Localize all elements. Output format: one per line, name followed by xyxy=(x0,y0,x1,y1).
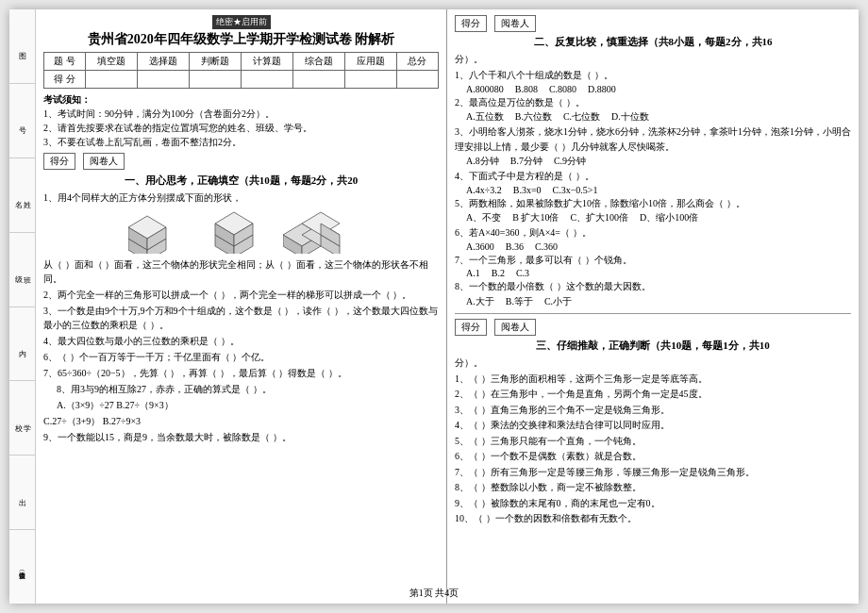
score-row-label: 得 分 xyxy=(44,71,86,89)
rq-7: 7、一个三角形，最多可以有（ ）个锐角。 xyxy=(455,253,851,268)
jq-7: 7、（ ）所有三角形一定是等腰三角形，等腰三角形一定是锐角三角形。 xyxy=(455,465,851,480)
rq-6: 6、若A×40=360，则A×4=（ ）。 xyxy=(455,225,851,240)
rq-2-opts: A.五位数 B.六位数 C.七位数 D.十位数 xyxy=(466,110,851,124)
score-cell-4 xyxy=(241,71,292,89)
grader-row-3: 得分 阅卷人 xyxy=(455,319,851,336)
jq-1: 1、（ ）三角形的面积相等，这两个三角形一定是等底等高。 xyxy=(455,372,851,387)
jq-10: 10、（ ）一个数的因数和倍数都有无数个。 xyxy=(455,511,851,526)
section2-header: 二、反复比较，慎重选择（共8小题，每题2分，共16 xyxy=(455,35,851,49)
exam-title: 贵州省2020年四年级数学上学期开学检测试卷 附解析 xyxy=(43,31,439,48)
table-header-0: 题 号 xyxy=(44,53,86,71)
grader-row-2: 得分 阅卷人 xyxy=(455,15,851,32)
score-label-3: 得分 xyxy=(455,319,487,336)
cube-shape-3 xyxy=(283,208,354,254)
score-cell-6 xyxy=(344,71,396,89)
sidebar-out: 出 xyxy=(9,456,35,530)
sidebar-number: 号 xyxy=(9,84,35,158)
grader-label-3: 阅卷人 xyxy=(494,319,536,336)
cube-shape-1 xyxy=(128,208,187,254)
sidebar-class: 班级 xyxy=(9,233,35,307)
table-header-2: 选择题 xyxy=(138,53,190,71)
question-7: 6、（ ）个一百万等于一千万；千亿里面有（ ）个亿。 xyxy=(43,350,439,364)
rq-4: 4、下面式子中是方程的是（ ）。 xyxy=(455,169,851,184)
question-8a: 8、用3与9的相互除27，赤赤，正确的算式是（ ）。 xyxy=(57,382,439,396)
left-panel: 绝密★启用前 贵州省2020年四年级数学上学期开学检测试卷 附解析 题 号 填空… xyxy=(36,9,447,604)
watermark: 绝密★启用前 xyxy=(212,15,271,29)
jq-8: 8、（ ）整数除以小数，商一定不被除数整。 xyxy=(455,480,851,495)
table-header-5: 综合题 xyxy=(292,53,344,71)
sidebar-district: 乡镇（街道） xyxy=(9,530,35,604)
exam-header: 绝密★启用前 贵州省2020年四年级数学上学期开学检测试卷 附解析 xyxy=(43,15,439,48)
rq-8: 8、一个数的最小倍数（ ）这个数的最大因数。 xyxy=(455,279,851,294)
table-header-7: 总分 xyxy=(396,53,438,71)
table-header-6: 应用题 xyxy=(344,53,396,71)
rq-7-opts: A.1 B.2 C.3 xyxy=(466,268,851,278)
jq-3: 3、（ ）直角三角形的三个角不一定是锐角三角形。 xyxy=(455,403,851,418)
page-number: 第1页 共4页 xyxy=(409,587,459,600)
score-cell-3 xyxy=(190,71,242,89)
table-header-3: 判断题 xyxy=(190,53,242,71)
rq-1: 1、八个千和八个十组成的数是（ ）。 xyxy=(455,68,851,83)
rq-2: 2、最高位是万位的数是（ ）。 xyxy=(455,95,851,110)
shapes-area xyxy=(43,208,439,254)
question-1: 1、用4个同样大的正方体分别摆成下面的形状， xyxy=(43,191,439,205)
sidebar-inner: 内 xyxy=(9,307,35,382)
question-1b: 从（ ）面和（ ）面看，这三个物体的形状完全相同；从（ ）面看，这三个物体的形状… xyxy=(43,257,439,286)
question-8: 7、65÷360÷（20−5），先算（ ），再算（ ），最后算（ ）得数是（ ）… xyxy=(43,366,439,380)
rq-1-opts: A.800080 B.808 C.8080 D.8800 xyxy=(466,84,851,94)
rq-8-opts: A.大于 B.等于 C.小于 xyxy=(466,295,851,308)
rq-3: 3、小明给客人沏茶，烧水1分钟，烧水6分钟，洗茶杯2分钟，拿茶叶1分钟，泡茶1分… xyxy=(455,124,851,154)
section3-header: 三、仔细推敲，正确判断（共10题，每题1分，共10 xyxy=(455,339,851,353)
rq-3-opts: A.8分钟 B.7分钟 C.9分钟 xyxy=(466,155,851,168)
jq-2: 2、（ ）在三角形中，一个角是直角，另两个角一定是45度。 xyxy=(455,387,851,402)
rq-5-opts: A、不变 B 扩大10倍 C、扩大100倍 D、缩小100倍 xyxy=(466,211,851,224)
section3-suffix: 分）。 xyxy=(455,356,851,370)
rq-5: 5、两数相除，如果被除数扩大10倍，除数缩小10倍，那么商会（ ）。 xyxy=(455,196,851,211)
jq-4: 4、（ ）乘法的交换律和乘法结合律可以同时应用。 xyxy=(455,418,851,433)
instruction-2: 2、请首先按要求在试卷的指定位置填写您的姓名、班级、学号。 xyxy=(43,122,439,135)
jq-6: 6、（ ）一个数不是偶数（素数）就是合数。 xyxy=(455,449,851,464)
section2-suffix: 分）。 xyxy=(455,52,851,66)
question-8b: A.（3×9）÷27 B.27÷（9×3） xyxy=(57,398,439,412)
main-content: 绝密★启用前 贵州省2020年四年级数学上学期开学检测试卷 附解析 题 号 填空… xyxy=(36,9,859,604)
question-9: C.27÷（3+9） B.27÷9×3 xyxy=(43,414,439,428)
grader-label-1: 阅卷人 xyxy=(83,153,125,170)
sidebar-school: 学校 xyxy=(9,381,35,456)
table-header-1: 填空题 xyxy=(86,53,138,71)
question-5: 4、最大四位数与最小的三位数的乘积是（ ）。 xyxy=(43,334,439,348)
score-cell-1 xyxy=(86,71,138,89)
score-label-1: 得分 xyxy=(43,153,75,170)
rq-6-opts: A.3600 B.36 C.360 xyxy=(466,241,851,252)
score-cell-2 xyxy=(138,71,190,89)
instructions-title: 考试须知： xyxy=(43,93,439,107)
sidebar-icon: 图 xyxy=(9,9,35,84)
score-cell-7 xyxy=(396,71,438,89)
rq-4-opts: A.4x÷3.2 B.3x=0 C.3x−0.5>1 xyxy=(466,185,851,195)
right-panel: 得分 阅卷人 二、反复比较，慎重选择（共8小题，每题2分，共16 分）。 1、八… xyxy=(447,9,859,604)
cube-shape-2 xyxy=(206,208,264,254)
instruction-1: 1、考试时间：90分钟，满分为100分（含卷面分2分）。 xyxy=(43,108,439,121)
grader-row-1: 得分 阅卷人 xyxy=(43,153,439,170)
sidebar-name: 姓名 xyxy=(9,158,35,233)
score-table: 题 号 填空题 选择题 判断题 计算题 综合题 应用题 总分 得 分 xyxy=(43,52,439,89)
grader-label-2: 阅卷人 xyxy=(494,15,536,32)
instruction-3: 3、不要在试卷上乱写乱画，卷面不整洁扣2分。 xyxy=(43,136,439,149)
question-3: 3、一个数是由9个十万,9个万和9个十组成的，这个数是（ ），读作（ ），这个数… xyxy=(43,304,439,332)
score-cell-5 xyxy=(292,71,344,89)
question-2: 2、两个完全一样的三角形可以拼成一个（ ），两个完全一样的梯形可以拼成一个（ ）… xyxy=(43,288,439,302)
left-sidebar: 图 号 姓名 班级 内 学校 出 乡镇（街道） xyxy=(9,9,36,604)
score-label-2: 得分 xyxy=(455,15,487,32)
jq-9: 9、（ ）被除数的末尾有0，商的末尾也一定有0。 xyxy=(455,496,851,511)
question-10: 9、一个数能以15，商是9，当余数最大时，被除数是（ ）。 xyxy=(43,430,439,444)
jq-5: 5、（ ）三角形只能有一个直角，一个钝角。 xyxy=(455,434,851,449)
exam-page: 图 号 姓名 班级 内 学校 出 乡镇（街道） 绝密★启用前 贵州省2020年四… xyxy=(9,9,859,604)
section1-header: 一、用心思考，正确填空（共10题，每题2分，共20 xyxy=(43,174,439,188)
instructions-block: 考试须知： 1、考试时间：90分钟，满分为100分（含卷面分2分）。 2、请首先… xyxy=(43,93,439,149)
table-header-4: 计算题 xyxy=(241,53,292,71)
